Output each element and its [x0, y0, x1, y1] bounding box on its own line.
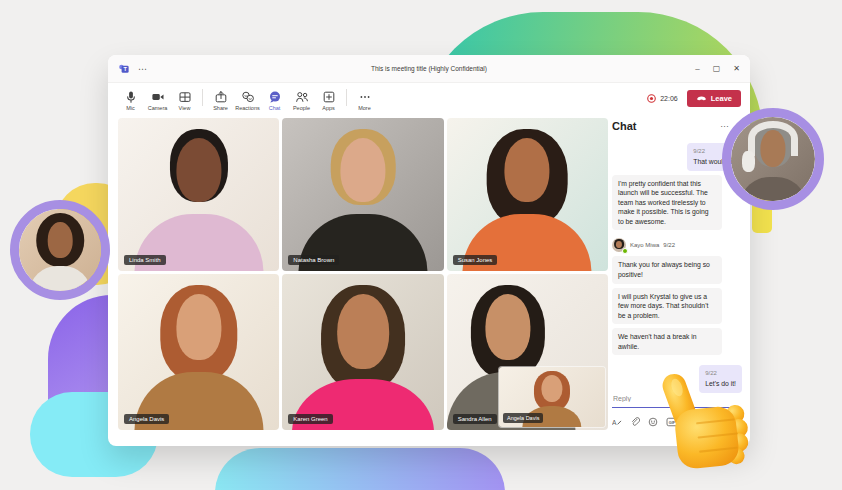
- message-sender-row: Kayo Miwa 9/22: [612, 238, 742, 252]
- person-face: [340, 138, 385, 202]
- pip-name-label: Angela Davis: [503, 413, 543, 423]
- video-tile-linda-smith[interactable]: Linda Smith: [118, 118, 279, 271]
- person-face: [505, 138, 550, 202]
- video-tile-sandra-allen[interactable]: Sandra Allen Angela Davis: [447, 274, 608, 430]
- person-face: [485, 294, 530, 360]
- hangup-icon: [696, 94, 707, 102]
- meeting-toolbar: Mic Camera View Share: [108, 83, 750, 117]
- video-tile-angela-davis[interactable]: Angela Davis: [118, 274, 279, 430]
- video-grid: Linda Smith Natasha Brown Susan Jones: [118, 118, 608, 430]
- message-text: Thank you for always being so positive!: [618, 261, 710, 278]
- thumbs-up-emoji: [643, 360, 766, 479]
- camera-icon: [151, 90, 165, 104]
- person-face: [48, 222, 73, 258]
- chat-icon: [268, 90, 282, 104]
- titlebar-menu-icon[interactable]: ⋯: [138, 64, 147, 74]
- sender-timestamp: 9/22: [663, 242, 675, 248]
- svg-text:A: A: [612, 419, 617, 426]
- reactions-button[interactable]: Reactions: [234, 90, 261, 111]
- format-icon[interactable]: A: [612, 417, 622, 427]
- mic-icon: [124, 90, 138, 104]
- person-face: [176, 138, 221, 202]
- video-tile-karen-green[interactable]: Karen Green: [282, 274, 443, 430]
- person-face: [337, 294, 389, 369]
- message-text: We haven't had a break in awhile.: [618, 333, 697, 350]
- apps-button[interactable]: Apps: [315, 90, 342, 111]
- chat-message-incoming: Thank you for always being so positive!: [612, 256, 722, 283]
- message-text: I will push Krystal to give us a few mor…: [618, 293, 708, 319]
- apps-icon: [322, 90, 336, 104]
- toolbar-divider: [346, 89, 347, 106]
- pip-video-angela-davis[interactable]: Angela Davis: [499, 367, 605, 427]
- sender-name: Kayo Miwa: [630, 242, 659, 248]
- decor-blob-cyan-purple: [215, 448, 505, 490]
- participant-name-label: Linda Smith: [124, 255, 166, 265]
- chat-panel-title: Chat: [612, 120, 636, 132]
- chat-more-icon[interactable]: ⋯: [720, 122, 728, 131]
- record-icon: [646, 93, 657, 104]
- share-icon: [214, 90, 228, 104]
- people-button[interactable]: People: [288, 90, 315, 111]
- participant-name-label: Natasha Brown: [288, 255, 339, 265]
- mic-button[interactable]: Mic: [117, 90, 144, 111]
- leave-button[interactable]: Leave: [687, 90, 741, 107]
- share-button[interactable]: Share: [207, 90, 234, 111]
- person-face: [541, 375, 562, 403]
- participant-video: [447, 118, 608, 271]
- view-button[interactable]: View: [171, 90, 198, 111]
- chat-message-incoming: We haven't had a break in awhile.: [612, 328, 722, 355]
- more-icon: [358, 90, 372, 104]
- camera-button[interactable]: Camera: [144, 90, 171, 111]
- presence-available-icon: [622, 248, 628, 254]
- reactions-icon: [241, 90, 255, 104]
- participant-video: [118, 118, 279, 271]
- chat-button[interactable]: Chat: [261, 90, 288, 111]
- more-button[interactable]: More: [351, 90, 378, 111]
- video-tile-natasha-brown[interactable]: Natasha Brown: [282, 118, 443, 271]
- svg-text:T: T: [123, 66, 127, 72]
- message-text: I'm pretty confident that this launch wi…: [618, 180, 709, 225]
- participant-name-label: Sandra Allen: [453, 414, 497, 424]
- window-controls: – ▢ ✕: [695, 64, 740, 73]
- video-tile-susan-jones[interactable]: Susan Jones: [447, 118, 608, 271]
- participant-name-label: Karen Green: [288, 414, 332, 424]
- participant-video: [118, 274, 279, 430]
- decor-avatar-woman: [10, 200, 110, 300]
- chat-message-incoming: I'm pretty confident that this launch wi…: [612, 175, 722, 231]
- person-face: [616, 241, 622, 248]
- attach-icon[interactable]: [630, 417, 640, 427]
- participant-name-label: Susan Jones: [453, 255, 498, 265]
- recording-timer: 22:06: [646, 93, 678, 104]
- headphone-cup: [742, 151, 755, 172]
- titlebar: T ⋯ This is meeting title (Highly Confid…: [108, 55, 750, 83]
- participant-name-label: Angela Davis: [124, 414, 169, 424]
- person-torso: [30, 266, 91, 291]
- grid-view-icon: [178, 90, 192, 104]
- decor-avatar-man-headphones: [722, 108, 824, 210]
- chat-message-incoming: I will push Krystal to give us a few mor…: [612, 288, 722, 325]
- person-face: [176, 294, 221, 360]
- teams-logo-icon: T: [118, 63, 130, 75]
- toolbar-divider: [202, 89, 203, 106]
- close-button[interactable]: ✕: [733, 64, 740, 73]
- chat-messages: 9/22 That would be I'm pretty confident …: [612, 143, 742, 393]
- maximize-button[interactable]: ▢: [713, 64, 721, 73]
- participant-video: [282, 274, 443, 430]
- toolbar-right: 22:06 Leave: [646, 90, 741, 107]
- window-title: This is meeting title (Highly Confidenti…: [188, 65, 670, 72]
- person-torso: [741, 177, 805, 201]
- minimize-button[interactable]: –: [695, 64, 699, 73]
- participant-video: [282, 118, 443, 271]
- people-icon: [295, 90, 309, 104]
- chat-header: Chat ⋯ ✕: [612, 118, 742, 134]
- sender-avatar: [612, 238, 626, 252]
- headphones-icon: [748, 121, 798, 156]
